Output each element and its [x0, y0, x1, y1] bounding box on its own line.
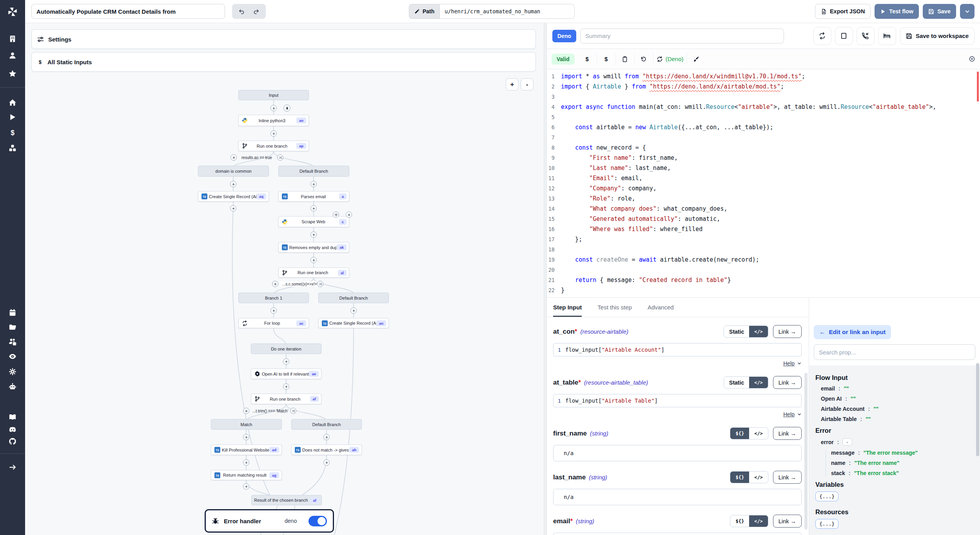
link-button[interactable]: Link →: [773, 427, 802, 440]
scrape-web-node[interactable]: Scrape Webc: [278, 216, 349, 227]
prop-email[interactable]: email:"": [821, 385, 980, 392]
calendar-icon[interactable]: [0, 307, 25, 318]
code-line[interactable]: 2import { Airtable } from "https://deno.…: [547, 81, 980, 92]
run-one-branch-2-node[interactable]: Run one branchal: [278, 268, 349, 278]
help-link[interactable]: Help: [783, 411, 795, 418]
mode-template-button[interactable]: ${}: [730, 515, 749, 527]
home-icon[interactable]: [0, 97, 25, 108]
code-line[interactable]: 8 const new_record = {: [547, 143, 980, 153]
insert-resource-button[interactable]: $: [597, 53, 615, 65]
discord-icon[interactable]: [0, 424, 25, 436]
result-chosen-branch-node[interactable]: Result of the chosen branchaf: [251, 495, 322, 505]
link-button[interactable]: Link →: [773, 376, 802, 389]
help-link[interactable]: Help: [783, 360, 795, 367]
inline-python3-node[interactable]: Inline python3ao: [238, 115, 309, 126]
tab-advanced[interactable]: Advanced: [648, 298, 674, 317]
panel-resize-handle[interactable]: [544, 23, 547, 535]
mode-static-button[interactable]: Static: [724, 326, 749, 337]
delete-node-button[interactable]: [346, 211, 352, 218]
fields-scrollbar[interactable]: [804, 373, 808, 530]
gear-icon[interactable]: [0, 366, 25, 378]
github-icon[interactable]: [0, 436, 25, 447]
does-not-match-node[interactable]: TSDoes not match -> gives empty valueah: [291, 445, 362, 455]
code-line[interactable]: 10 "Last name": last_name,: [547, 163, 980, 173]
book-icon[interactable]: [0, 411, 25, 423]
prop-error-message[interactable]: message:"The error message": [831, 450, 980, 456]
insert-variable-button[interactable]: $: [578, 53, 597, 65]
mode-javascript-button[interactable]: </>: [749, 377, 768, 388]
code-line[interactable]: 6 const airtable = new Airtable({...at_c…: [547, 122, 980, 132]
resources-object-chip[interactable]: {...}: [815, 519, 838, 529]
insert-step-button[interactable]: [270, 105, 277, 111]
code-line[interactable]: 9 "First name": first_name,: [547, 153, 980, 163]
users-cog-icon[interactable]: [0, 336, 25, 347]
collapse-button[interactable]: -: [842, 438, 852, 446]
move-node-handle[interactable]: [333, 211, 339, 218]
link-button[interactable]: Link →: [773, 471, 802, 484]
restart-step-button[interactable]: [813, 27, 831, 45]
insert-step-button[interactable]: [323, 459, 330, 466]
field-expression-editor[interactable]: 1flow_input["Airtable Account"]: [553, 343, 802, 356]
prop-airtable-account[interactable]: Airtable Account:"": [821, 406, 980, 412]
error-handler-toggle[interactable]: [309, 516, 327, 526]
boxes-icon[interactable]: [0, 142, 25, 154]
create-single-record-2-node[interactable]: TSCreate Single Record (Airtable)an: [318, 318, 389, 328]
link-button[interactable]: Link →: [773, 515, 802, 528]
openai-relevant-node[interactable]: Open AI to tell if relevant resultae: [251, 369, 321, 379]
prop-open-ai[interactable]: Open AI:"": [821, 396, 980, 402]
undo-button[interactable]: [235, 5, 248, 17]
play-icon[interactable]: [0, 111, 25, 123]
field-expression-editor[interactable]: 1flow_input["Airtable Table"]: [553, 394, 802, 407]
robot-icon[interactable]: [0, 381, 25, 392]
prop-search-input[interactable]: [814, 344, 975, 360]
code-line[interactable]: 7: [547, 132, 980, 143]
field-expression-editor[interactable]: 1flow_input.email: [553, 533, 802, 535]
for-loop-node[interactable]: For loopac: [238, 318, 309, 328]
summary-input[interactable]: [580, 29, 784, 43]
code-line[interactable]: 17 };: [547, 234, 980, 244]
insert-step-button[interactable]: [310, 231, 317, 238]
mode-javascript-button[interactable]: </>: [749, 326, 768, 337]
insert-step-button[interactable]: [283, 383, 289, 390]
code-line[interactable]: 19 const createOne = await airtable.crea…: [547, 255, 980, 265]
insert-step-button[interactable]: [283, 358, 289, 365]
insert-step-button[interactable]: [243, 434, 249, 440]
save-to-workspace-button[interactable]: Save to workspace: [900, 27, 975, 45]
insert-step-button[interactable]: [310, 205, 317, 211]
remove-branch-button[interactable]: [230, 154, 237, 161]
prop-airtable-table[interactable]: Airtable Table:"": [821, 416, 980, 422]
test-flow-button[interactable]: Test flow: [875, 4, 919, 19]
insert-step-button[interactable]: [230, 205, 236, 211]
sleep-button[interactable]: [878, 27, 896, 45]
code-line[interactable]: 14 "What company does": what_company_doe…: [547, 204, 980, 214]
prop-tree-scrollbar[interactable]: [976, 363, 979, 456]
code-line[interactable]: 16 "Where was filled": where_filled: [547, 224, 980, 234]
flow-canvas[interactable]: Settings $ All Static Inputs + - InputIn…: [25, 23, 544, 535]
windmill-logo-icon[interactable]: [0, 3, 25, 20]
flow-title-input[interactable]: Automatically Populate CRM Contact Detai…: [31, 4, 225, 19]
export-json-button[interactable]: Export JSON: [815, 4, 871, 19]
insert-step-button[interactable]: [310, 181, 317, 187]
insert-step-button[interactable]: [230, 181, 236, 187]
code-line[interactable]: 13 "Role": role,: [547, 193, 980, 204]
mode-javascript-button[interactable]: </>: [749, 428, 768, 439]
code-settings-button[interactable]: [969, 56, 975, 62]
code-line[interactable]: 5: [547, 112, 980, 122]
reset-code-button[interactable]: [634, 53, 653, 65]
mode-javascript-button[interactable]: </>: [749, 515, 768, 527]
kill-professional-websites-node[interactable]: TSKill Professional Websites mentionsad: [211, 445, 282, 455]
redo-button[interactable]: [250, 5, 263, 17]
mode-template-button[interactable]: ${}: [730, 428, 749, 439]
path-edit-button[interactable]: Path: [409, 4, 439, 19]
create-single-record-1-node[interactable]: TSCreate Single Record (Airtable)aq: [198, 191, 269, 202]
remove-branch-button[interactable]: [272, 281, 278, 287]
code-line[interactable]: 12 "Company": company,: [547, 183, 980, 193]
prop-error-stack[interactable]: stack:"The error stack": [831, 470, 980, 476]
match-node[interactable]: Match: [211, 419, 282, 430]
building-icon[interactable]: [0, 33, 25, 45]
star-icon[interactable]: [0, 68, 25, 80]
code-line[interactable]: 21 return { message: "Created record in …: [547, 275, 980, 285]
insert-step-button[interactable]: [270, 307, 277, 314]
do-one-iteration-node[interactable]: Do one iteration: [251, 343, 321, 354]
default-branch-2-node[interactable]: Default Branch: [318, 293, 389, 303]
